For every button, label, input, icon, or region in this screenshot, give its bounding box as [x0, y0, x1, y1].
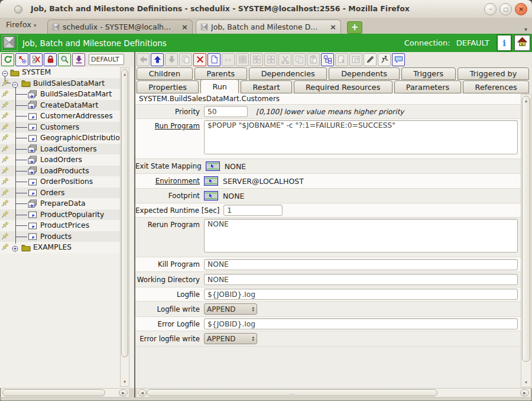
- tab-parents[interactable]: Parents: [194, 67, 247, 80]
- expander-plus-icon[interactable]: [11, 244, 19, 255]
- cut-icon[interactable]: [278, 53, 291, 66]
- scroll-left-icon[interactable]: [138, 389, 147, 396]
- firefox-menu-button[interactable]: Firefox: [6, 20, 37, 29]
- tree-item-customers[interactable]: Customers: [0, 122, 120, 133]
- rerun-program-textarea[interactable]: NONE: [204, 219, 518, 253]
- arrow-down-icon[interactable]: [165, 53, 178, 66]
- new-tab-button[interactable]: [347, 21, 362, 34]
- tree-item-loadorders[interactable]: LoadOrders: [0, 154, 120, 166]
- grid-select-all-icon[interactable]: [236, 53, 249, 66]
- tree-item-loadproducts[interactable]: LoadProducts: [0, 166, 120, 177]
- main-hscroll-thumb[interactable]: ⋯: [147, 389, 437, 396]
- window-menu-icon[interactable]: [14, 5, 22, 14]
- schedule-icon[interactable]: [349, 53, 362, 66]
- arrow-up-icon[interactable]: [151, 53, 164, 66]
- main-vscroll-thumb[interactable]: ▴: [522, 96, 530, 362]
- sidebar-vscrollbar[interactable]: ▴ ▾: [120, 67, 129, 387]
- tree-item-productpopularity[interactable]: ProductPopularity: [0, 209, 120, 221]
- tab-references[interactable]: References: [463, 80, 529, 93]
- tree-item-orderpositions[interactable]: OrderPositions: [0, 176, 120, 187]
- list-all-tabs-icon[interactable]: [524, 22, 527, 34]
- download-icon[interactable]: [72, 53, 85, 66]
- tab-triggered-by[interactable]: Triggered by: [458, 67, 529, 80]
- tab-restart[interactable]: Restart: [241, 80, 292, 93]
- edit-pencil-icon[interactable]: [364, 53, 377, 66]
- new-document-icon[interactable]: [207, 53, 220, 66]
- info-button[interactable]: i: [497, 34, 512, 51]
- select-node-icon[interactable]: [335, 53, 348, 66]
- lock-icon[interactable]: [44, 53, 57, 66]
- tree-item-geographicdistribution[interactable]: GeographicDistribution: [0, 132, 120, 144]
- tab-dependencies[interactable]: Dependencies: [249, 67, 327, 80]
- tab-properties[interactable]: Properties: [137, 80, 199, 93]
- tree-item-loadcustomers[interactable]: LoadCustomers: [0, 144, 120, 155]
- tab-parameters[interactable]: Parameters: [394, 80, 462, 93]
- working-directory-input[interactable]: [204, 274, 518, 285]
- sidebar-hscrollbar[interactable]: [1, 388, 129, 397]
- scroll-down-icon[interactable]: ▾: [521, 380, 531, 385]
- priority-input[interactable]: [204, 106, 248, 117]
- xy-icon[interactable]: x-y: [222, 53, 235, 66]
- main-vscrollbar[interactable]: ▴ ▾: [521, 94, 531, 387]
- tree-item-products[interactable]: Products: [0, 231, 120, 242]
- main-hscrollbar[interactable]: ⋯: [136, 388, 531, 397]
- tab-children[interactable]: Children: [137, 67, 193, 80]
- error-logfile-input[interactable]: [204, 318, 518, 329]
- hierarchy-icon[interactable]: [321, 53, 334, 66]
- sidebar-vscroll-thumb[interactable]: ▴: [121, 69, 128, 357]
- run-person-icon[interactable]: [378, 53, 391, 66]
- expected-runtime-input[interactable]: [223, 205, 283, 216]
- minimize-button[interactable]: [484, 3, 497, 15]
- exit-state-mapping-chooser-icon[interactable]: [206, 161, 220, 171]
- tab-dependents[interactable]: Dependents: [329, 67, 399, 80]
- comment-bubble-icon[interactable]: [392, 53, 405, 66]
- refresh-icon[interactable]: [1, 53, 14, 66]
- tab-close-icon[interactable]: [181, 22, 188, 31]
- copy-page-icon[interactable]: [179, 53, 192, 66]
- browser-tab-2[interactable]: Job, Batch and Milestone D...: [196, 20, 341, 34]
- remove-node-icon[interactable]: [30, 53, 43, 66]
- grid-select-one-icon[interactable]: [250, 53, 263, 66]
- logfile-write-select[interactable]: APPEND ▴▾: [204, 303, 257, 315]
- tab-run[interactable]: Run: [200, 79, 239, 93]
- panel-divider[interactable]: [134, 52, 135, 397]
- sidebar-hscroll-thumb[interactable]: [2, 389, 105, 396]
- scroll-down-icon[interactable]: ▾: [121, 379, 129, 384]
- maximize-button[interactable]: [499, 3, 512, 15]
- tree-item-preparedata[interactable]: PrepareData: [0, 198, 120, 209]
- delete-x-icon[interactable]: [193, 53, 206, 66]
- tab-triggers[interactable]: Triggers: [401, 67, 456, 80]
- run-program-textarea[interactable]: $POPUP "$JOBNAME" -c "?:1=FAILURE:0=SUCC…: [204, 120, 518, 154]
- copy-icon[interactable]: [293, 53, 306, 66]
- kill-program-input[interactable]: [204, 259, 518, 270]
- tree-item-examples[interactable]: EXAMPLES: [0, 242, 120, 253]
- error-logfile-write-select[interactable]: APPEND ▴▾: [204, 333, 257, 344]
- detach-minus-icon[interactable]: [15, 53, 28, 66]
- tree-item-createdatamart[interactable]: CreateDataMart: [0, 100, 120, 111]
- pin-icon[interactable]: [0, 242, 9, 254]
- logfile-input[interactable]: [204, 289, 518, 300]
- filter-input[interactable]: [89, 54, 124, 65]
- run-program-label[interactable]: Run Program: [135, 119, 203, 159]
- search-icon[interactable]: [58, 53, 71, 66]
- grid-clear-icon[interactable]: [264, 53, 277, 66]
- tree-item-orders[interactable]: Orders: [0, 187, 120, 199]
- tab-required-resources[interactable]: Required Resources: [294, 80, 392, 93]
- environment-chooser-icon[interactable]: [204, 176, 218, 186]
- home-button[interactable]: [514, 35, 530, 51]
- window-titlebar[interactable]: Job, Batch and Milestone Definitions - s…: [0, 0, 532, 18]
- scroll-right-icon[interactable]: [520, 389, 529, 396]
- tree-item-customeraddresses[interactable]: CustomerAddresses: [0, 111, 120, 122]
- tab-close-icon[interactable]: [330, 22, 336, 31]
- tree-item-buildsalesdatamart[interactable]: BuildSalesDataMart: [0, 78, 120, 89]
- tree-item-system[interactable]: SYSTEM: [0, 67, 120, 78]
- scroll-right-icon[interactable]: [119, 389, 128, 396]
- tree-item-productprices[interactable]: ProductPrices: [0, 220, 120, 231]
- footprint-chooser-icon[interactable]: [204, 191, 218, 200]
- browser-tab-1[interactable]: schedulix - SYSTEM@localh...: [47, 20, 193, 34]
- close-button[interactable]: [515, 3, 527, 15]
- tree-item-buildsalesdatamart[interactable]: BuildSalesDataMart: [0, 89, 120, 100]
- arrow-left-icon[interactable]: [137, 53, 150, 66]
- paste-icon[interactable]: [307, 53, 320, 66]
- environment-label[interactable]: Environment: [135, 174, 203, 188]
